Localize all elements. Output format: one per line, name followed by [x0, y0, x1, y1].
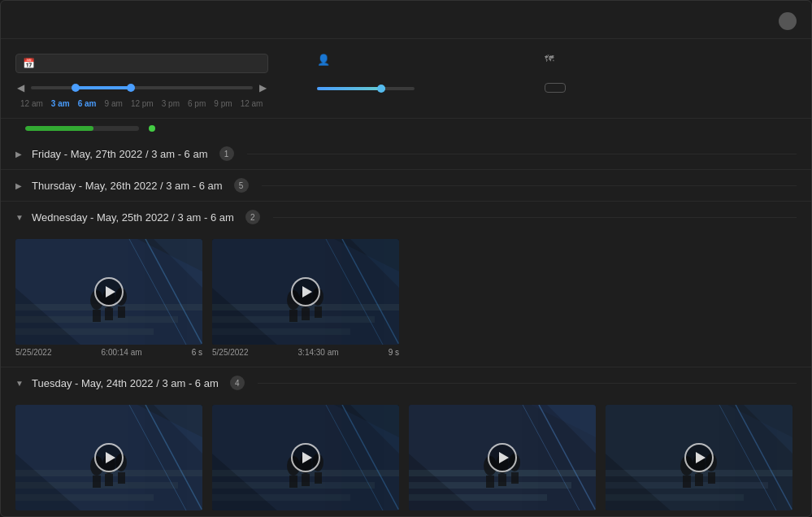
timeline-handle-right[interactable]	[127, 84, 135, 92]
play-triangle-icon-2-0	[106, 286, 115, 298]
svg-rect-70	[486, 476, 494, 488]
video-card-3-2[interactable]: 5/24/20225:42:55 am3 s	[409, 405, 596, 512]
day-group-0: ▶Friday - May, 27th 2022 / 3 am - 6 am1	[1, 138, 811, 170]
results-list: ▶Friday - May, 27th 2022 / 3 am - 6 am1▶…	[1, 138, 811, 512]
svg-rect-41	[105, 474, 113, 486]
play-button-2-0[interactable]	[94, 277, 124, 306]
svg-rect-10	[93, 310, 101, 322]
play-triangle-icon-3-2	[499, 452, 509, 463]
play-button-3-0[interactable]	[94, 443, 124, 472]
results-progress-bar	[25, 126, 139, 131]
timeline-section: ◀ ▶ 12 am 3 am 6 am 9 am 12 p	[15, 73, 268, 108]
chevron-icon-2: ▼	[15, 213, 25, 222]
play-triangle-icon-3-3	[696, 452, 706, 463]
video-time-2-0: 6:00:14 am	[102, 348, 142, 357]
svg-rect-12	[118, 306, 125, 318]
day-badge-3: 4	[230, 376, 245, 390]
close-button[interactable]	[779, 12, 797, 30]
play-triangle-icon-3-0	[106, 452, 115, 463]
edit-region-button[interactable]	[545, 83, 566, 93]
video-meta-2-1: 5/25/20223:14:30 am9 s	[212, 345, 399, 357]
svg-rect-25	[289, 310, 297, 322]
video-duration-2-0: 6 s	[192, 348, 202, 357]
svg-rect-42	[118, 472, 125, 484]
play-button-3-2[interactable]	[488, 443, 517, 472]
video-date-2-1: 5/25/2022	[212, 348, 249, 357]
video-meta-2-0: 5/25/20226:00:14 am6 s	[15, 345, 202, 357]
min-event-handle[interactable]	[377, 85, 385, 93]
what-filter-section: 👤	[317, 49, 496, 108]
svg-rect-55	[289, 476, 297, 488]
min-event-section	[317, 80, 496, 93]
modal-header	[1, 1, 811, 39]
timeline-label-12pm: 12 pm	[131, 99, 154, 108]
day-header-0[interactable]: ▶Friday - May, 27th 2022 / 3 am - 6 am1	[1, 138, 811, 169]
timeline-next-arrow[interactable]: ▶	[258, 80, 268, 95]
timeline-bar[interactable]	[31, 80, 253, 96]
day-separator-3	[258, 383, 797, 384]
person-icon: 👤	[317, 54, 330, 66]
what-value-display: 👤	[317, 54, 496, 66]
day-group-2: ▼Wednesday - May, 25th 2022 / 3 am - 6 a…	[1, 202, 811, 367]
day-label-1: Thursday - May, 26th 2022 / 3 am - 6 am	[32, 180, 223, 192]
svg-rect-40	[93, 476, 101, 488]
day-header-2[interactable]: ▼Wednesday - May, 25th 2022 / 3 am - 6 a…	[1, 202, 811, 232]
timeline-label-9pm: 9 pm	[214, 99, 232, 108]
svg-rect-11	[105, 308, 113, 320]
timeline-label-3pm: 3 pm	[162, 99, 180, 108]
day-group-3: ▼Tuesday - May, 24th 2022 / 3 am - 6 am4…	[1, 367, 811, 512]
video-grid-2: 5/25/20226:00:14 am6 s 5/25/20223:14:30 …	[1, 232, 811, 367]
day-badge-1: 5	[234, 178, 249, 193]
timeline-nav: ◀ ▶	[15, 80, 268, 96]
day-group-1: ▶Thursday - May, 26th 2022 / 3 am - 6 am…	[1, 170, 811, 202]
chevron-icon-1: ▶	[15, 181, 25, 190]
day-badge-2: 2	[245, 210, 260, 224]
play-triangle-icon-2-1	[302, 286, 312, 298]
day-label-2: Wednesday - May, 25th 2022 / 3 am - 6 am	[32, 211, 234, 224]
day-header-3[interactable]: ▼Tuesday - May, 24th 2022 / 3 am - 6 am4	[1, 367, 811, 398]
play-button-2-1[interactable]	[291, 277, 320, 306]
svg-rect-86	[695, 474, 703, 486]
edit-region-wrapper	[545, 76, 797, 93]
results-progress-fill	[25, 126, 93, 131]
video-date-2-0: 5/25/2022	[15, 348, 52, 357]
results-bar	[1, 119, 811, 138]
day-header-1[interactable]: ▶Thursday - May, 26th 2022 / 3 am - 6 am…	[1, 170, 811, 201]
day-separator-2	[273, 217, 797, 218]
svg-rect-57	[315, 472, 322, 484]
timeline-labels: 12 am 3 am 6 am 9 am 12 pm 3 pm 6 pm 9 p…	[15, 99, 268, 108]
timeline-label-6am: 6 am	[78, 99, 97, 108]
timeline-track	[31, 86, 253, 89]
day-separator-0	[247, 154, 797, 154]
video-thumb-3-1	[212, 405, 399, 510]
svg-rect-56	[302, 474, 310, 486]
where-filter-section: 🗺	[545, 49, 797, 108]
video-card-3-3[interactable]: 5/24/20225:42:15 am3 s	[606, 405, 792, 512]
video-card-2-1[interactable]: 5/25/20223:14:30 am9 s	[212, 239, 399, 357]
play-button-3-3[interactable]	[684, 443, 714, 472]
day-label-3: Tuesday - May, 24th 2022 / 3 am - 6 am	[32, 377, 219, 389]
min-event-fill	[317, 87, 385, 90]
timeline-label-3am: 3 am	[51, 99, 70, 108]
play-triangle-icon-3-1	[302, 452, 312, 463]
video-duration-2-1: 9 s	[389, 348, 399, 357]
video-card-3-0[interactable]: 5/24/20226:00:12 am7 s	[15, 405, 202, 512]
video-meta-3-1: 5/24/20225:50:47 am5 s	[212, 510, 399, 512]
timeline-label-12am: 12 am	[20, 99, 43, 108]
video-card-3-1[interactable]: 5/24/20225:50:47 am5 s	[212, 405, 399, 512]
calendar-icon: 📅	[23, 58, 35, 69]
min-event-track[interactable]	[317, 87, 415, 90]
location-icon: 🗺	[545, 54, 554, 63]
date-range-input[interactable]: 📅	[15, 54, 268, 73]
video-card-2-0[interactable]: 5/25/20226:00:14 am6 s	[15, 239, 202, 357]
timeline-prev-arrow[interactable]: ◀	[15, 80, 26, 95]
video-thumb-2-1	[212, 239, 399, 345]
chevron-icon-3: ▼	[15, 379, 25, 388]
day-separator-1	[262, 185, 797, 186]
play-button-3-1[interactable]	[291, 443, 320, 472]
search-filters: 📅 ◀ ▶ 12 am	[1, 39, 811, 119]
advanced-motion-search-modal: 📅 ◀ ▶ 12 am	[0, 0, 812, 517]
timeline-handle-left[interactable]	[72, 84, 80, 92]
video-meta-3-0: 5/24/20226:00:12 am7 s	[15, 510, 202, 512]
video-time-2-1: 3:14:30 am	[298, 348, 339, 357]
